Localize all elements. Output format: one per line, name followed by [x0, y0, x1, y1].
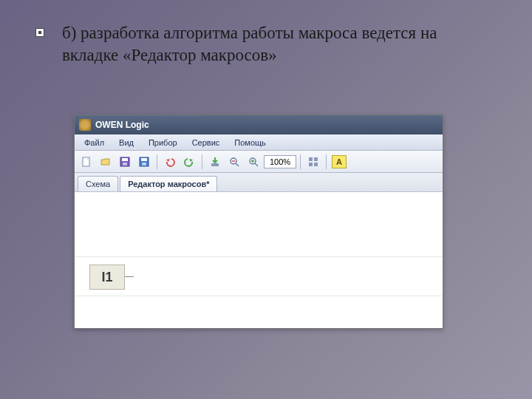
canvas-area[interactable]: I1	[75, 192, 443, 328]
zoom-in-icon	[248, 156, 259, 168]
titlebar: OWEN Logic	[75, 115, 443, 134]
separator-icon	[157, 154, 157, 169]
menu-service[interactable]: Сервис	[185, 137, 227, 149]
svg-rect-6	[142, 163, 146, 166]
zoom-value[interactable]: 100%	[264, 155, 296, 168]
tabbar: Схема Редактор макросов*	[75, 173, 443, 192]
zoom-in-button[interactable]	[245, 153, 262, 171]
slide-body-text: б) разработка алгоритма работы макроса в…	[62, 22, 488, 66]
download-button[interactable]	[206, 153, 224, 171]
menubar: Файл Вид Прибор Сервис Помощь	[75, 134, 443, 151]
save-blue-icon	[138, 156, 150, 168]
io-block[interactable]: I1	[89, 265, 125, 290]
tab-scheme[interactable]: Схема	[78, 176, 118, 191]
app-screenshot: OWEN Logic Файл Вид Прибор Сервис Помощь	[74, 115, 443, 329]
io-pin	[125, 276, 134, 277]
download-icon	[209, 156, 221, 168]
toolbar: 100% A	[75, 151, 443, 173]
save-blue-button[interactable]	[135, 153, 153, 171]
undo-icon	[164, 156, 176, 168]
undo-button[interactable]	[161, 153, 179, 171]
menu-file[interactable]: Файл	[78, 137, 111, 149]
separator-icon	[300, 154, 301, 169]
grid-button[interactable]	[304, 153, 322, 171]
label-a-button[interactable]: A	[330, 153, 348, 171]
svg-line-12	[255, 163, 258, 166]
menu-help[interactable]: Помощь	[228, 137, 273, 149]
redo-icon	[183, 156, 195, 168]
save-button[interactable]	[116, 153, 134, 171]
svg-line-9	[236, 163, 239, 166]
svg-rect-18	[314, 163, 318, 166]
tab-macro-editor[interactable]: Редактор макросов*	[120, 176, 217, 191]
svg-rect-17	[309, 163, 313, 166]
bullet-marker	[35, 28, 44, 37]
svg-rect-16	[314, 157, 318, 161]
zoom-out-button[interactable]	[225, 153, 243, 171]
svg-rect-7	[211, 163, 219, 166]
save-icon	[119, 156, 131, 168]
open-button[interactable]	[97, 153, 115, 171]
label-a-icon: A	[332, 155, 347, 168]
svg-rect-2	[122, 158, 128, 161]
svg-rect-3	[123, 163, 127, 166]
menu-device[interactable]: Прибор	[142, 137, 184, 149]
open-icon	[100, 156, 112, 168]
app-icon	[79, 119, 91, 131]
new-file-button[interactable]	[78, 153, 95, 171]
grid-line	[75, 296, 443, 296]
new-file-icon	[81, 156, 92, 168]
grid-icon	[307, 156, 319, 168]
separator-icon	[202, 154, 202, 169]
separator-icon	[326, 154, 327, 169]
app-title: OWEN Logic	[95, 120, 149, 130]
svg-rect-15	[309, 157, 313, 161]
svg-rect-5	[141, 158, 147, 161]
menu-view[interactable]: Вид	[112, 137, 140, 149]
grid-line	[75, 256, 443, 257]
redo-button[interactable]	[180, 153, 198, 171]
zoom-out-icon	[228, 156, 240, 168]
